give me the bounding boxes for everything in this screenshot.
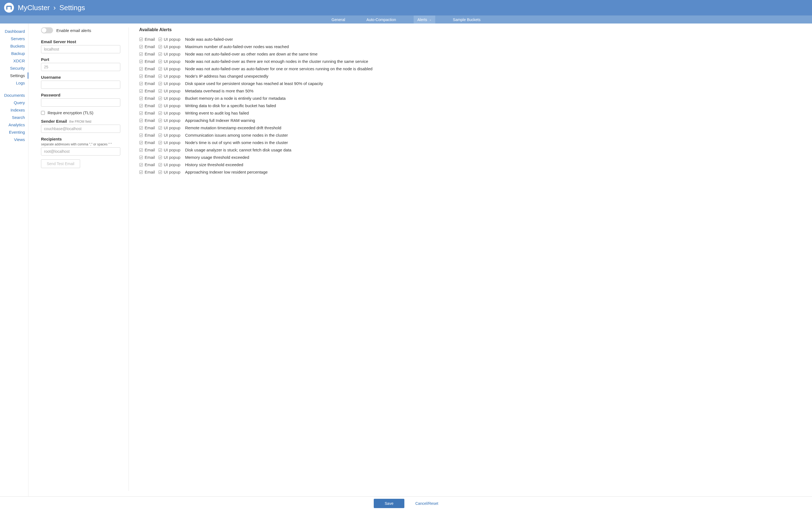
checkbox-checked-icon[interactable] (139, 126, 143, 130)
alert-popup-label: UI popup (164, 89, 180, 93)
checkbox-checked-icon[interactable] (139, 37, 143, 41)
alert-popup-label: UI popup (164, 111, 180, 115)
checkbox-checked-icon[interactable] (158, 67, 162, 71)
alert-email-label: Email (145, 103, 155, 108)
subnav: GeneralAuto-CompactionAlerts⌄Sample Buck… (0, 15, 812, 24)
alert-row: EmailUI popupRemote mutation timestamp e… (139, 124, 807, 131)
alert-email-label: Email (145, 52, 155, 56)
alert-description: Bucket memory on a node is entirely used… (185, 96, 286, 100)
alert-email-label: Email (145, 37, 155, 41)
checkbox-checked-icon[interactable] (158, 170, 162, 174)
alert-description: Remote mutation timestamp exceeded drift… (185, 125, 281, 130)
alert-row: EmailUI popupBucket memory on a node is … (139, 95, 807, 102)
sidebar-item-views[interactable]: Views (0, 136, 28, 143)
checkbox-checked-icon[interactable] (158, 74, 162, 78)
sidebar-item-eventing[interactable]: Eventing (0, 128, 28, 136)
alert-popup-label: UI popup (164, 170, 180, 174)
alert-popup-label: UI popup (164, 103, 180, 108)
header: MyCluster › Settings (0, 0, 812, 15)
subnav-item-sample-buckets[interactable]: Sample Buckets (449, 16, 484, 24)
sidebar-item-search[interactable]: Search (0, 114, 28, 121)
checkbox-checked-icon[interactable] (139, 133, 143, 137)
password-input[interactable] (41, 98, 120, 107)
checkbox-checked-icon[interactable] (158, 133, 162, 137)
alert-row: EmailUI popupMaximum number of auto-fail… (139, 43, 807, 50)
enable-email-toggle[interactable] (41, 27, 53, 33)
checkbox-checked-icon[interactable] (158, 96, 162, 100)
sidebar-item-analytics[interactable]: Analytics (0, 121, 28, 128)
sidebar-item-settings[interactable]: Settings (0, 72, 28, 79)
checkbox-checked-icon[interactable] (158, 104, 162, 108)
checkbox-checked-icon[interactable] (158, 60, 162, 63)
sidebar-item-xdcr[interactable]: XDCR (0, 57, 28, 64)
checkbox-checked-icon[interactable] (139, 45, 143, 49)
alert-popup-label: UI popup (164, 66, 180, 71)
checkbox-checked-icon[interactable] (139, 148, 143, 152)
sidebar-item-buckets[interactable]: Buckets (0, 42, 28, 50)
checkbox-checked-icon[interactable] (139, 74, 143, 78)
checkbox-checked-icon[interactable] (158, 89, 162, 93)
checkbox-checked-icon[interactable] (139, 104, 143, 108)
sidebar-item-indexes[interactable]: Indexes (0, 106, 28, 114)
alert-email-label: Email (145, 81, 155, 86)
alert-row: EmailUI popupDisk space used for persist… (139, 80, 807, 87)
recipients-input[interactable] (41, 147, 120, 155)
tls-checkbox[interactable] (41, 111, 45, 115)
alert-row: EmailUI popupMetadata overhead is more t… (139, 87, 807, 95)
alert-description: Node was not auto-failed-over as other n… (185, 52, 317, 56)
sidebar-item-servers[interactable]: Servers (0, 35, 28, 42)
sidebar-item-documents[interactable]: Documents (0, 92, 28, 99)
alert-email-label: Email (145, 89, 155, 93)
username-input[interactable] (41, 81, 120, 89)
checkbox-checked-icon[interactable] (139, 96, 143, 100)
alert-email-label: Email (145, 162, 155, 167)
alert-popup-label: UI popup (164, 133, 180, 138)
checkbox-checked-icon[interactable] (139, 52, 143, 56)
checkbox-checked-icon[interactable] (158, 52, 162, 56)
alert-description: Writing event to audit log has failed (185, 111, 249, 115)
sidebar-item-backup[interactable]: Backup (0, 50, 28, 57)
alert-popup-label: UI popup (164, 155, 180, 160)
checkbox-checked-icon[interactable] (158, 45, 162, 49)
checkbox-checked-icon[interactable] (158, 82, 162, 86)
checkbox-checked-icon[interactable] (158, 155, 162, 159)
alert-popup-label: UI popup (164, 81, 180, 86)
send-test-button[interactable]: Send Test Email (41, 159, 80, 168)
checkbox-checked-icon[interactable] (158, 37, 162, 41)
subnav-item-auto-compaction[interactable]: Auto-Compaction (362, 16, 400, 24)
checkbox-checked-icon[interactable] (139, 111, 143, 115)
checkbox-checked-icon[interactable] (139, 163, 143, 167)
sidebar-item-security[interactable]: Security (0, 64, 28, 72)
checkbox-checked-icon[interactable] (139, 155, 143, 159)
sender-input[interactable] (41, 125, 120, 133)
port-input[interactable] (41, 63, 120, 71)
checkbox-checked-icon[interactable] (158, 111, 162, 115)
host-input[interactable] (41, 45, 120, 53)
checkbox-checked-icon[interactable] (139, 82, 143, 86)
subnav-item-general[interactable]: General (328, 16, 349, 24)
available-alerts-panel: Available Alerts EmailUI popupNode was a… (128, 27, 807, 491)
checkbox-checked-icon[interactable] (139, 119, 143, 122)
recipients-hint: separate addresses with comma "," or spa… (41, 142, 120, 146)
alert-description: Memory usage threshold exceeded (185, 155, 249, 160)
checkbox-checked-icon[interactable] (158, 141, 162, 145)
cluster-name[interactable]: MyCluster (18, 4, 50, 12)
alert-popup-label: UI popup (164, 37, 180, 41)
alert-row: EmailUI popupNode's time is out of sync … (139, 139, 807, 146)
checkbox-checked-icon[interactable] (139, 141, 143, 145)
alert-description: Node was auto-failed-over (185, 37, 233, 41)
sidebar-item-query[interactable]: Query (0, 99, 28, 106)
checkbox-checked-icon[interactable] (139, 67, 143, 71)
sidebar-item-logs[interactable]: Logs (0, 79, 28, 87)
alert-email-label: Email (145, 66, 155, 71)
checkbox-checked-icon[interactable] (139, 89, 143, 93)
checkbox-checked-icon[interactable] (139, 170, 143, 174)
checkbox-checked-icon[interactable] (158, 163, 162, 167)
checkbox-checked-icon[interactable] (158, 148, 162, 152)
sidebar-item-dashboard[interactable]: Dashboard (0, 28, 28, 35)
checkbox-checked-icon[interactable] (158, 126, 162, 130)
checkbox-checked-icon[interactable] (139, 60, 143, 63)
subnav-item-alerts[interactable]: Alerts⌄ (414, 16, 436, 24)
page-title: Settings (59, 4, 85, 12)
checkbox-checked-icon[interactable] (158, 119, 162, 122)
